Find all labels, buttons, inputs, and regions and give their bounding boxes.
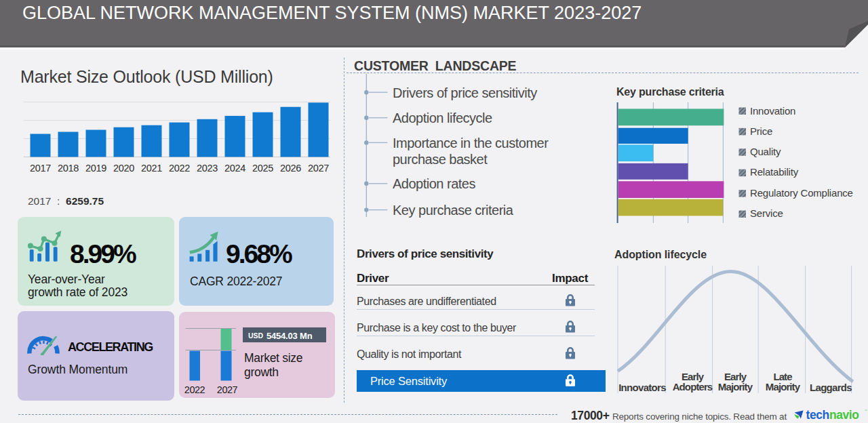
svg-text:2026: 2026 bbox=[280, 163, 301, 174]
svg-text:2017: 2017 bbox=[30, 163, 51, 174]
svg-text:USD: USD bbox=[248, 331, 264, 340]
svg-text:2024: 2024 bbox=[224, 163, 245, 174]
svg-text:2022: 2022 bbox=[169, 163, 190, 174]
svg-text:2020: 2020 bbox=[113, 163, 134, 174]
svg-text:2018: 2018 bbox=[58, 163, 79, 174]
svg-text:2023: 2023 bbox=[197, 163, 218, 174]
svg-text:5454.03 Mn: 5454.03 Mn bbox=[267, 331, 313, 341]
svg-text:2021: 2021 bbox=[141, 163, 162, 174]
svg-text:2025: 2025 bbox=[252, 163, 273, 174]
svg-text:technavio: technavio bbox=[806, 409, 859, 422]
svg-text:Market sizegrowth: Market sizegrowth bbox=[244, 351, 302, 379]
svg-text:2022: 2022 bbox=[184, 384, 205, 395]
svg-text:2027: 2027 bbox=[308, 163, 329, 174]
svg-text:2019: 2019 bbox=[85, 163, 106, 174]
svg-text:2027: 2027 bbox=[217, 384, 238, 395]
